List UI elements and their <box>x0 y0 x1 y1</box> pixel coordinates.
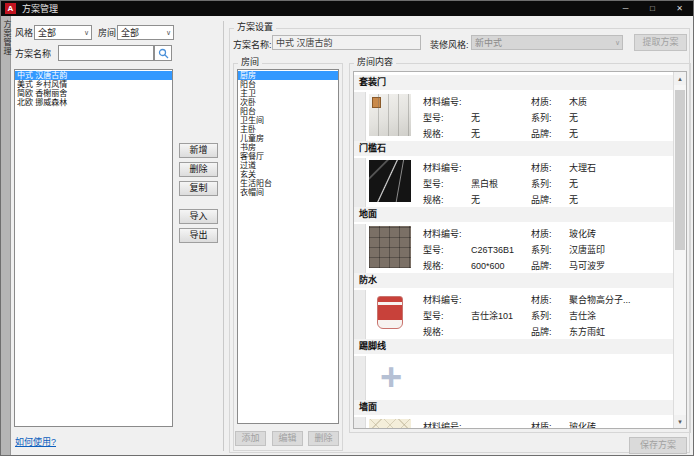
close-icon[interactable]: ✕ <box>666 1 693 16</box>
app-logo-icon: A <box>5 3 16 14</box>
window-title: 方案管理 <box>22 2 58 15</box>
room-list-item[interactable]: 衣帽间 <box>238 188 338 197</box>
import-button[interactable]: 导入 <box>179 209 218 224</box>
titlebar: A 方案管理 ─ □ ✕ <box>1 1 693 16</box>
delete-room-button: 删除 <box>308 431 339 446</box>
room-content-area: 套装门材料编号:材质:木质型号:无系列:无规格:无品牌:无门槛石材料编号:材质:… <box>353 71 687 429</box>
scheme-name-filter-label: 方案名称 <box>15 48 51 61</box>
field-label: 系列: <box>531 308 569 324</box>
material-row[interactable]: + <box>354 354 673 400</box>
room-list-item[interactable]: 主卧 <box>238 125 338 134</box>
minimize-icon[interactable]: ─ <box>612 1 639 16</box>
field-line: 材料编号:材质:玻化砖 <box>423 419 673 428</box>
room-list-item[interactable]: 阳台 <box>238 80 338 89</box>
material-thumbnail-door-image <box>369 94 411 136</box>
room-list-item[interactable]: 生活阳台 <box>238 179 338 188</box>
field-line: 型号:无系列:无 <box>423 110 673 126</box>
field-label: 规格: <box>423 126 471 142</box>
chevron-down-icon: ∨ <box>84 29 89 37</box>
field-value: 汉唐蓝印 <box>569 242 673 258</box>
material-row[interactable]: 材料编号:材质:大理石型号:黑白根系列:无规格:无品牌:无 <box>354 156 673 207</box>
field-line: 型号:吉仕涂101系列:吉仕涂 <box>423 308 673 324</box>
field-value <box>471 160 531 176</box>
scheme-list-item[interactable]: 美式 乡村风情 <box>15 80 172 89</box>
room-list-item[interactable]: 主卫 <box>238 89 338 98</box>
room-list-item[interactable]: 厨房 <box>238 71 338 80</box>
field-value: 600*600 <box>471 258 531 274</box>
scrollbar-thumb[interactable] <box>675 90 685 250</box>
style-filter-select[interactable]: 全部 ∨ <box>34 25 92 40</box>
copy-button[interactable]: 复制 <box>179 181 218 196</box>
export-button[interactable]: 导出 <box>179 228 218 243</box>
field-value: 玻化砖 <box>569 226 673 242</box>
room-list-item[interactable]: 客餐厅 <box>238 152 338 161</box>
row-gutter-handle <box>354 224 366 273</box>
field-value: 玻化砖 <box>569 419 673 428</box>
field-label: 材料编号: <box>423 94 471 110</box>
decor-style-label: 装修风格: <box>430 39 469 52</box>
scroll-up-icon[interactable]: ▴ <box>674 72 686 85</box>
window-controls: ─ □ ✕ <box>612 1 693 16</box>
row-gutter-handle <box>354 158 366 207</box>
material-row[interactable]: 材料编号:材质:木质型号:无系列:无规格:无品牌:无 <box>354 90 673 141</box>
room-filter-select[interactable]: 全部 ∨ <box>117 25 174 40</box>
maximize-icon[interactable]: □ <box>639 1 666 16</box>
field-value: 东方雨虹 <box>569 324 673 340</box>
field-label: 材质: <box>531 160 569 176</box>
field-value <box>471 292 531 308</box>
side-panel-tab[interactable]: 方案管理 <box>1 16 11 456</box>
field-label: 品牌: <box>531 126 569 142</box>
field-line: 型号:黑白根系列:无 <box>423 176 673 192</box>
room-list-item[interactable]: 玄关 <box>238 170 338 179</box>
extract-scheme-button: 提取方案 <box>634 34 687 51</box>
material-thumbnail-marble-image <box>369 160 411 202</box>
field-line: 型号:C26T36B1系列:汉唐蓝印 <box>423 242 673 258</box>
field-line: 材料编号:材质:玻化砖 <box>423 226 673 242</box>
material-section-title: 防水 <box>354 273 673 288</box>
field-line: 材料编号:材质:大理石 <box>423 160 673 176</box>
room-list-item[interactable]: 次卧 <box>238 98 338 107</box>
row-gutter-handle <box>354 92 366 141</box>
scheme-manager-dialog: A 方案管理 ─ □ ✕ 方案管理 风格 全部 ∨ 房间 全部 ∨ 方案名称 中… <box>0 0 694 456</box>
field-value: 聚合物高分子... <box>569 292 673 308</box>
room-list-item[interactable]: 过道 <box>238 161 338 170</box>
field-value: C26T36B1 <box>471 242 531 258</box>
room-list-item[interactable]: 儿童房 <box>238 134 338 143</box>
room-list-item[interactable]: 卫生间 <box>238 116 338 125</box>
material-section: 墙面材料编号:材质:玻化砖 <box>354 400 673 428</box>
material-row[interactable]: 材料编号:材质:玻化砖 <box>354 415 673 428</box>
row-gutter-handle <box>354 356 366 400</box>
add-plus-icon[interactable]: + <box>380 358 402 400</box>
field-label: 型号: <box>423 242 471 258</box>
material-section-title: 墙面 <box>354 400 673 415</box>
decor-style-select: 新中式 ∨ <box>471 35 623 50</box>
scheme-list-item[interactable]: 中式 汉唐古韵 <box>15 71 172 80</box>
scroll-down-icon[interactable]: ▾ <box>674 415 686 428</box>
material-thumbnail-wall-image <box>369 419 411 428</box>
chevron-down-icon: ∨ <box>166 29 171 37</box>
material-row[interactable]: 材料编号:材质:玻化砖型号:C26T36B1系列:汉唐蓝印规格:600*600品… <box>354 222 673 273</box>
delete-button[interactable]: 删除 <box>179 162 218 177</box>
room-content-list: 套装门材料编号:材质:木质型号:无系列:无规格:无品牌:无门槛石材料编号:材质:… <box>354 72 673 428</box>
scheme-name-field[interactable] <box>272 35 421 50</box>
field-label: 规格: <box>423 324 471 340</box>
new-button[interactable]: 新增 <box>179 143 218 158</box>
scheme-name-search-input[interactable] <box>58 45 154 61</box>
room-list-item[interactable]: 书房 <box>238 143 338 152</box>
material-section-title: 门槛石 <box>354 141 673 156</box>
search-button[interactable] <box>154 45 172 61</box>
row-gutter-handle <box>354 290 366 339</box>
help-link[interactable]: 如何使用? <box>15 435 56 448</box>
field-label: 规格: <box>423 258 471 274</box>
material-row[interactable]: 材料编号:材质:聚合物高分子...型号:吉仕涂101系列:吉仕涂规格:品牌:东方… <box>354 288 673 339</box>
style-filter-value: 全部 <box>38 26 56 39</box>
scheme-list-item[interactable]: 北欧 挪威森林 <box>15 98 172 107</box>
style-filter-label: 风格 <box>15 27 33 40</box>
material-section: 门槛石材料编号:材质:大理石型号:黑白根系列:无规格:无品牌:无 <box>354 141 673 207</box>
scheme-list-item[interactable]: 简欧 香榭丽舍 <box>15 89 172 98</box>
field-line: 规格:无品牌:无 <box>423 126 673 142</box>
room-list-item[interactable]: 阳台 <box>238 107 338 116</box>
field-label: 系列: <box>531 110 569 126</box>
scheme-settings-group-label: 方案设置 <box>234 22 276 33</box>
field-label: 材质: <box>531 419 569 428</box>
